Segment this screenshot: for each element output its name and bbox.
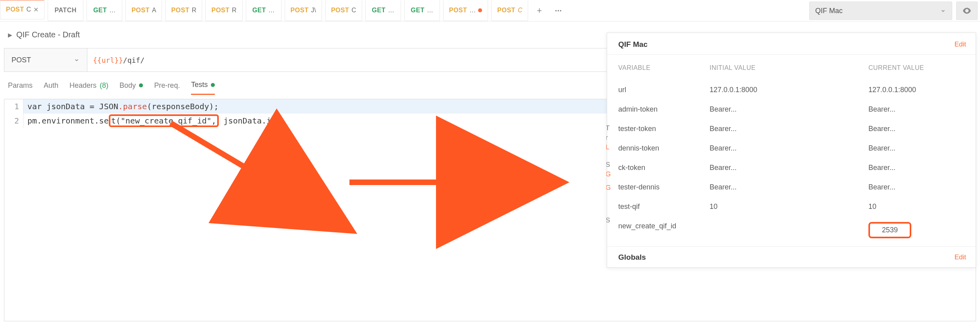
env-variable-name: new_create_qif_id xyxy=(618,222,710,238)
url-variable: {{url}} xyxy=(93,56,123,64)
th-variable: VARIABLE xyxy=(618,64,710,71)
env-table-header: VARIABLE INITIAL VALUE CURRENT VALUE xyxy=(618,64,965,71)
tabs-container: POST C✕PATCHGET …POST APOST RPOST RGET …… xyxy=(0,0,528,21)
method-label: GET xyxy=(252,7,266,14)
close-icon[interactable]: ✕ xyxy=(33,6,39,14)
request-tab[interactable]: POST A xyxy=(125,0,162,21)
annotation-highlight-box: t("new_create_qif_id", xyxy=(109,114,219,127)
env-current-value: Bearer... xyxy=(868,144,965,152)
env-variable-row: tester-dennisBearer...Bearer... xyxy=(618,178,965,197)
env-current-value: Bearer... xyxy=(868,105,965,114)
request-tab[interactable]: PATCH xyxy=(48,0,83,21)
env-variable-row: test-qif1010 xyxy=(618,197,965,216)
globals-title: Globals xyxy=(618,253,646,262)
method-label: GET xyxy=(411,7,424,14)
request-tab[interactable]: GET … xyxy=(87,0,122,21)
tab-name: C xyxy=(27,6,31,13)
tab-name: … xyxy=(268,7,275,14)
tab-name: A xyxy=(152,7,156,14)
env-variable-row: tester-tokenBearer...Bearer... xyxy=(618,119,965,139)
annotation-highlight-box: 2539 xyxy=(868,222,911,238)
method-label: POST xyxy=(6,6,24,13)
tab-name: … xyxy=(388,7,394,14)
tab-auth[interactable]: Auth xyxy=(44,81,58,95)
tab-name: C xyxy=(518,7,523,14)
env-current-value: 2539 xyxy=(868,222,965,238)
th-initial: INITIAL VALUE xyxy=(710,64,868,71)
method-label: POST xyxy=(449,7,467,14)
env-variable-row: ck-tokenBearer...Bearer... xyxy=(618,158,965,178)
request-tab[interactable]: POST C xyxy=(325,0,362,21)
environment-selector-label: QIF Mac xyxy=(815,7,843,15)
tab-tests[interactable]: Tests xyxy=(191,81,215,95)
env-variable-name: tester-token xyxy=(618,125,710,133)
method-label: POST xyxy=(131,7,150,14)
svg-point-0 xyxy=(556,10,557,11)
tab-name: C xyxy=(351,7,356,14)
env-current-value: Bearer... xyxy=(868,183,965,191)
tab-name: … xyxy=(469,7,476,14)
tabs-bar: POST C✕PATCHGET …POST APOST RPOST RGET …… xyxy=(0,0,980,21)
tab-body[interactable]: Body xyxy=(120,81,143,95)
page-title: QIF Create - Draft xyxy=(16,30,80,39)
tab-params[interactable]: Params xyxy=(8,81,33,95)
green-dot-icon xyxy=(139,83,143,87)
unsaved-dot-icon xyxy=(478,8,482,12)
env-variable-name: test-qif xyxy=(618,203,710,211)
env-variable-row: admin-tokenBearer...Bearer... xyxy=(618,100,965,119)
env-initial-value: 127.0.0.1:8000 xyxy=(710,86,868,94)
request-tab[interactable]: GET … xyxy=(246,0,282,21)
underlay-fragments: T r L S G G S xyxy=(606,33,612,267)
eye-icon xyxy=(962,6,972,16)
request-tab[interactable]: POST C xyxy=(491,0,528,21)
svg-point-1 xyxy=(558,10,559,11)
tab-name: … xyxy=(109,7,116,14)
env-variable-row: new_create_qif_id2539 xyxy=(618,216,965,244)
env-initial-value xyxy=(710,222,868,238)
request-tab[interactable]: GET … xyxy=(404,0,440,21)
env-edit-link[interactable]: Edit xyxy=(955,41,966,48)
tab-prerequest[interactable]: Pre-req. xyxy=(154,81,180,95)
tab-name: R xyxy=(232,7,237,14)
more-tabs-button[interactable] xyxy=(550,7,566,15)
method-label: GET xyxy=(93,7,107,14)
chevron-down-icon xyxy=(73,57,80,63)
method-label: POST xyxy=(291,7,309,14)
new-tab-button[interactable]: + xyxy=(531,6,547,16)
env-variable-name: ck-token xyxy=(618,164,710,172)
th-current: CURRENT VALUE xyxy=(868,64,965,71)
method-select[interactable]: POST xyxy=(4,48,87,72)
tab-name: … xyxy=(427,7,433,14)
request-tab[interactable]: POST C✕ xyxy=(0,0,44,19)
env-initial-value: Bearer... xyxy=(710,144,868,152)
env-current-value: 127.0.0.1:8000 xyxy=(868,86,965,94)
env-variable-name: url xyxy=(618,86,710,94)
env-current-value: Bearer... xyxy=(868,125,965,133)
env-variable-row: url127.0.0.1:8000127.0.0.1:8000 xyxy=(618,80,965,100)
method-label: POST xyxy=(331,7,349,14)
tab-headers[interactable]: Headers (8) xyxy=(69,81,108,95)
env-variables-table: VARIABLE INITIAL VALUE CURRENT VALUE url… xyxy=(607,55,976,246)
environment-popover: T r L S G G S QIF Mac Edit VARIABLE INIT… xyxy=(607,33,976,268)
environment-selector[interactable]: QIF Mac xyxy=(809,2,952,20)
request-tab[interactable]: POST R xyxy=(165,0,202,21)
env-popover-title: QIF Mac xyxy=(618,40,648,49)
env-popover-header: QIF Mac Edit xyxy=(607,33,976,55)
method-label: PATCH xyxy=(55,7,77,14)
tab-name: R xyxy=(192,7,197,14)
method-label: POST xyxy=(497,7,515,14)
env-initial-value: Bearer... xyxy=(710,164,868,172)
env-initial-value: Bearer... xyxy=(710,105,868,114)
request-tab[interactable]: GET … xyxy=(365,0,401,21)
tab-name: J\ xyxy=(311,7,316,14)
request-tab[interactable]: POST R xyxy=(205,0,242,21)
request-tab[interactable]: POST … xyxy=(443,0,488,21)
globals-edit-link[interactable]: Edit xyxy=(955,253,966,261)
environment-toolbar: QIF Mac xyxy=(809,0,980,21)
env-variable-name: admin-token xyxy=(618,105,710,114)
env-variable-row: dennis-tokenBearer...Bearer... xyxy=(618,139,965,158)
request-tab[interactable]: POST J\ xyxy=(285,0,322,21)
environment-quicklook-button[interactable] xyxy=(956,2,978,20)
env-variable-name: tester-dennis xyxy=(618,183,710,191)
method-label: POST xyxy=(211,7,230,14)
